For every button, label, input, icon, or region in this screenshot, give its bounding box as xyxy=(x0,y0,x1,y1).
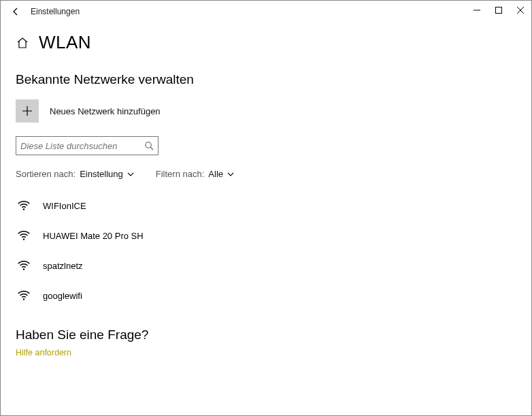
chevron-down-icon xyxy=(227,171,234,178)
network-name: spatzlnetz xyxy=(43,261,83,271)
network-item[interactable]: HUAWEI Mate 20 Pro SH xyxy=(16,224,516,247)
minimize-icon xyxy=(473,7,480,14)
network-name: WIFIonICE xyxy=(43,201,86,211)
svg-point-2 xyxy=(23,208,24,210)
help-link[interactable]: Hilfe anfordern xyxy=(16,348,516,357)
home-icon[interactable] xyxy=(16,36,29,50)
network-item[interactable]: spatzlnetz xyxy=(16,254,516,277)
network-item[interactable]: googlewifi xyxy=(16,284,516,307)
close-icon xyxy=(517,7,524,14)
window-title: Einstellungen xyxy=(31,7,80,16)
plus-icon xyxy=(22,106,33,116)
filter-value: Alle xyxy=(208,169,223,179)
filter-dropdown[interactable]: Filtern nach: Alle xyxy=(156,169,234,179)
chevron-down-icon xyxy=(127,171,134,178)
window-close-button[interactable] xyxy=(510,1,531,20)
svg-rect-0 xyxy=(496,7,502,14)
page-heading-row: WLAN xyxy=(16,32,516,53)
sort-label: Sortieren nach: xyxy=(16,169,76,179)
wifi-icon xyxy=(16,288,32,303)
network-name: HUAWEI Mate 20 Pro SH xyxy=(43,231,144,241)
filter-label: Filtern nach: xyxy=(156,169,205,179)
arrow-left-icon xyxy=(11,7,20,16)
search-icon xyxy=(144,141,154,150)
network-list: WIFIonICEHUAWEI Mate 20 Pro SHspatzlnetz… xyxy=(16,194,516,307)
network-name: googlewifi xyxy=(43,291,82,301)
wifi-icon xyxy=(16,198,32,213)
window-minimize-button[interactable] xyxy=(466,1,488,20)
window-maximize-button[interactable] xyxy=(488,1,510,20)
add-network-label: Neues Netzwerk hinzufügen xyxy=(50,106,161,116)
svg-point-3 xyxy=(23,238,24,240)
page-title: WLAN xyxy=(39,32,91,53)
maximize-icon xyxy=(495,7,502,14)
svg-point-5 xyxy=(23,298,24,300)
add-network-button[interactable]: Neues Netzwerk hinzufügen xyxy=(16,99,516,123)
question-heading: Haben Sie eine Frage? xyxy=(16,327,516,342)
svg-point-1 xyxy=(146,142,151,148)
search-input[interactable] xyxy=(20,141,144,151)
sort-dropdown[interactable]: Sortieren nach: Einstellung xyxy=(16,169,134,179)
search-box[interactable] xyxy=(16,136,159,155)
wifi-icon xyxy=(16,228,32,243)
svg-point-4 xyxy=(23,268,24,270)
wifi-icon xyxy=(16,258,32,273)
plus-box xyxy=(16,99,39,123)
network-item[interactable]: WIFIonICE xyxy=(16,194,516,217)
sort-value: Einstellung xyxy=(80,169,123,179)
back-button[interactable] xyxy=(6,1,25,22)
section-subheading: Bekannte Netzwerke verwalten xyxy=(16,72,516,87)
